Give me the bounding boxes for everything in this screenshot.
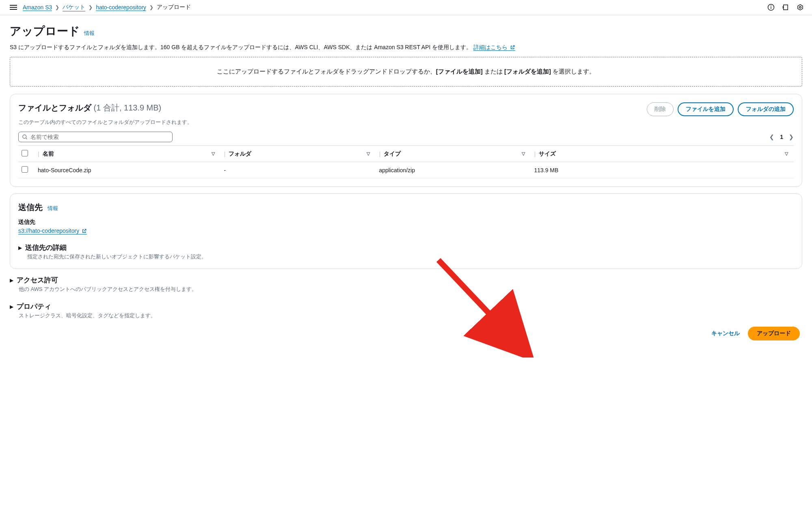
breadcrumb-service[interactable]: Amazon S3 <box>23 4 52 11</box>
files-panel-subtitle: このテーブル内のすべてのファイルとフォルダがアップロードされます。 <box>18 119 794 126</box>
destination-uri-link[interactable]: s3://hato-coderepository <box>18 228 87 234</box>
properties-expander[interactable]: ▶ プロパティ <box>10 302 802 311</box>
cell-type: application/zip <box>376 162 531 178</box>
files-table: | 名前▽ | フォルダ▽ | タイプ▽ | サイズ▽ hato-SourceC… <box>18 145 794 178</box>
destination-panel-title: 送信先 <box>18 203 43 212</box>
permissions-expander[interactable]: ▶ アクセス許可 <box>10 275 802 285</box>
info-link[interactable]: 情報 <box>84 30 95 37</box>
svg-point-5 <box>799 7 801 9</box>
pagination: ❮ 1 ❯ <box>769 134 794 140</box>
permissions-sub: 他の AWS アカウントへのパブリックアクセスとアクセス権を付与します。 <box>19 286 802 293</box>
add-files-button[interactable]: ファイルを追加 <box>678 102 734 116</box>
destination-panel: 送信先 情報 送信先 s3://hato-coderepository ▶ 送信… <box>10 193 802 269</box>
row-checkbox[interactable] <box>22 166 28 173</box>
files-panel-count: (1 合計, 113.9 MB) <box>94 103 162 112</box>
filter-icon[interactable]: ▽ <box>209 151 217 156</box>
col-size[interactable]: サイズ <box>539 150 782 158</box>
destination-details-sub: 指定された宛先に保存された新しいオブジェクトに影響するバケット設定。 <box>27 253 794 260</box>
svg-line-7 <box>26 138 27 139</box>
learn-more-link[interactable]: 詳細はこちら <box>473 44 515 51</box>
page-prev[interactable]: ❮ <box>769 134 774 140</box>
caret-right-icon: ▶ <box>10 277 13 283</box>
info-link[interactable]: 情報 <box>48 205 58 211</box>
external-link-icon <box>510 45 515 50</box>
destination-details-expander[interactable]: ▶ 送信先の詳細 <box>18 243 794 252</box>
chevron-right-icon: ❯ <box>55 4 59 10</box>
properties-sub: ストレージクラス、暗号化設定、タグなどを指定します。 <box>19 312 802 319</box>
chevron-right-icon: ❯ <box>149 4 153 10</box>
caret-right-icon: ▶ <box>18 245 22 251</box>
page-next[interactable]: ❯ <box>789 134 794 140</box>
svg-rect-3 <box>784 5 788 10</box>
page-description: S3 にアップロードするファイルとフォルダを追加します。160 GB を超えるフ… <box>10 44 802 51</box>
svg-point-2 <box>771 6 771 6</box>
col-name[interactable]: 名前 <box>43 150 209 158</box>
breadcrumb: Amazon S3 ❯ バケット ❯ hato-coderepository ❯… <box>23 4 763 11</box>
cell-name: hato-SourceCode.zip <box>35 162 220 178</box>
svg-point-6 <box>23 134 26 138</box>
cancel-button[interactable]: キャンセル <box>707 327 744 340</box>
upload-dropzone[interactable]: ここにアップロードするファイルとフォルダをドラッグアンドドロップするか、[ファイ… <box>10 57 802 87</box>
breadcrumb-bucket-name[interactable]: hato-coderepository <box>96 4 146 11</box>
chevron-right-icon: ❯ <box>89 4 93 10</box>
breadcrumb-current: アップロード <box>157 4 191 11</box>
upload-button[interactable]: アップロード <box>748 327 800 340</box>
col-folder[interactable]: フォルダ <box>229 150 364 158</box>
page-title: アップロード <box>10 24 80 39</box>
filter-icon[interactable]: ▽ <box>519 151 527 156</box>
add-folder-button[interactable]: フォルダの追加 <box>738 102 794 116</box>
col-type[interactable]: タイプ <box>384 150 519 158</box>
search-input[interactable] <box>30 134 169 140</box>
destination-label: 送信先 <box>18 219 794 226</box>
svg-marker-4 <box>798 4 803 10</box>
search-icon <box>22 134 28 140</box>
files-panel: ファイルとフォルダ (1 合計, 113.9 MB) 削除 ファイルを追加 フォ… <box>10 94 802 187</box>
files-panel-title: ファイルとフォルダ <box>18 103 91 112</box>
cell-size: 113.9 MB <box>531 162 794 178</box>
settings-icon[interactable] <box>797 4 804 11</box>
page-number: 1 <box>780 134 783 140</box>
table-row: hato-SourceCode.zip - application/zip 11… <box>18 162 794 178</box>
cell-folder: - <box>220 162 376 178</box>
breadcrumb-buckets[interactable]: バケット <box>63 4 85 11</box>
external-link-icon <box>82 228 87 234</box>
search-input-wrap[interactable] <box>18 132 173 142</box>
panel-icon[interactable] <box>782 4 789 11</box>
delete-button[interactable]: 削除 <box>647 102 674 116</box>
hamburger-menu[interactable] <box>8 3 19 11</box>
info-icon[interactable] <box>767 4 775 11</box>
filter-icon[interactable]: ▽ <box>782 151 790 156</box>
caret-right-icon: ▶ <box>10 304 13 310</box>
filter-icon[interactable]: ▽ <box>364 151 372 156</box>
select-all-checkbox[interactable] <box>22 150 28 156</box>
